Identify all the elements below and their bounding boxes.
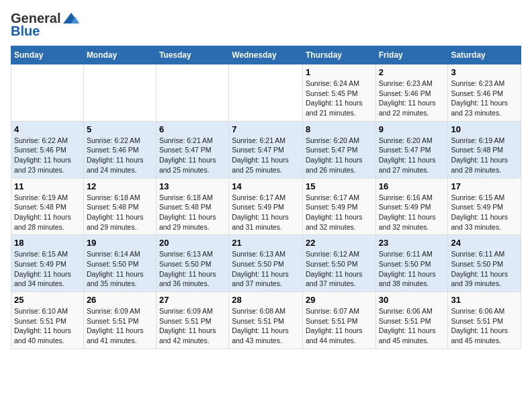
calendar-cell: 22Sunrise: 6:12 AM Sunset: 5:50 PM Dayli… xyxy=(302,235,375,292)
calendar-cell: 14Sunrise: 6:17 AM Sunset: 5:49 PM Dayli… xyxy=(229,178,303,235)
header-saturday: Saturday xyxy=(448,46,521,64)
day-content: Sunrise: 6:06 AM Sunset: 5:51 PM Dayligh… xyxy=(451,306,518,346)
day-number: 8 xyxy=(306,124,373,134)
calendar-cell: 26Sunrise: 6:09 AM Sunset: 5:51 PM Dayli… xyxy=(83,292,156,349)
day-content: Sunrise: 6:20 AM Sunset: 5:47 PM Dayligh… xyxy=(306,136,373,175)
day-number: 2 xyxy=(379,67,445,77)
day-number: 30 xyxy=(379,295,445,305)
day-number: 19 xyxy=(87,238,153,248)
day-content: Sunrise: 6:18 AM Sunset: 5:48 PM Dayligh… xyxy=(87,193,153,232)
calendar-cell: 24Sunrise: 6:11 AM Sunset: 5:50 PM Dayli… xyxy=(448,235,521,292)
calendar-cell: 29Sunrise: 6:07 AM Sunset: 5:51 PM Dayli… xyxy=(302,292,375,349)
day-number: 15 xyxy=(306,181,373,191)
day-content: Sunrise: 6:19 AM Sunset: 5:48 PM Dayligh… xyxy=(451,136,518,175)
day-number: 11 xyxy=(14,181,81,191)
calendar-header-row: SundayMondayTuesdayWednesdayThursdayFrid… xyxy=(11,46,521,64)
calendar-cell: 19Sunrise: 6:14 AM Sunset: 5:50 PM Dayli… xyxy=(83,235,156,292)
header-monday: Monday xyxy=(83,46,156,64)
calendar-cell: 30Sunrise: 6:06 AM Sunset: 5:51 PM Dayli… xyxy=(375,292,448,349)
day-number: 25 xyxy=(14,295,81,305)
calendar-cell: 31Sunrise: 6:06 AM Sunset: 5:51 PM Dayli… xyxy=(448,292,521,349)
calendar-cell xyxy=(156,64,228,122)
day-number: 20 xyxy=(159,238,226,248)
day-content: Sunrise: 6:06 AM Sunset: 5:51 PM Dayligh… xyxy=(379,306,445,346)
day-content: Sunrise: 6:18 AM Sunset: 5:48 PM Dayligh… xyxy=(159,193,226,232)
calendar-cell: 11Sunrise: 6:19 AM Sunset: 5:48 PM Dayli… xyxy=(11,178,84,235)
calendar-cell: 12Sunrise: 6:18 AM Sunset: 5:48 PM Dayli… xyxy=(83,178,156,235)
day-number: 5 xyxy=(87,124,153,134)
day-content: Sunrise: 6:21 AM Sunset: 5:47 PM Dayligh… xyxy=(159,136,226,175)
day-number: 24 xyxy=(451,238,518,248)
day-content: Sunrise: 6:07 AM Sunset: 5:51 PM Dayligh… xyxy=(306,306,373,346)
day-number: 17 xyxy=(451,181,518,191)
page-header: General Blue xyxy=(11,11,521,39)
header-sunday: Sunday xyxy=(11,46,84,64)
logo: General Blue xyxy=(11,11,81,39)
week-row-2: 4Sunrise: 6:22 AM Sunset: 5:46 PM Daylig… xyxy=(11,121,521,178)
day-number: 9 xyxy=(379,124,445,134)
day-number: 26 xyxy=(87,295,153,305)
day-content: Sunrise: 6:11 AM Sunset: 5:50 PM Dayligh… xyxy=(451,249,518,289)
week-row-1: 1Sunrise: 6:24 AM Sunset: 5:45 PM Daylig… xyxy=(11,64,521,122)
calendar-cell: 20Sunrise: 6:13 AM Sunset: 5:50 PM Dayli… xyxy=(156,235,228,292)
calendar-cell: 10Sunrise: 6:19 AM Sunset: 5:48 PM Dayli… xyxy=(448,121,521,178)
day-content: Sunrise: 6:16 AM Sunset: 5:49 PM Dayligh… xyxy=(379,193,445,232)
day-number: 28 xyxy=(232,295,300,305)
day-content: Sunrise: 6:11 AM Sunset: 5:50 PM Dayligh… xyxy=(379,249,445,289)
calendar-cell: 18Sunrise: 6:15 AM Sunset: 5:49 PM Dayli… xyxy=(11,235,84,292)
day-number: 31 xyxy=(451,295,518,305)
day-number: 6 xyxy=(159,124,226,134)
day-number: 1 xyxy=(306,67,373,77)
day-number: 4 xyxy=(14,124,81,134)
calendar-cell: 5Sunrise: 6:22 AM Sunset: 5:46 PM Daylig… xyxy=(83,121,156,178)
day-content: Sunrise: 6:13 AM Sunset: 5:50 PM Dayligh… xyxy=(159,249,226,289)
day-number: 22 xyxy=(306,238,373,248)
day-content: Sunrise: 6:10 AM Sunset: 5:51 PM Dayligh… xyxy=(14,306,81,346)
day-content: Sunrise: 6:15 AM Sunset: 5:49 PM Dayligh… xyxy=(451,193,518,232)
calendar-cell: 13Sunrise: 6:18 AM Sunset: 5:48 PM Dayli… xyxy=(156,178,228,235)
day-number: 3 xyxy=(451,67,518,77)
calendar-cell: 27Sunrise: 6:09 AM Sunset: 5:51 PM Dayli… xyxy=(156,292,228,349)
day-content: Sunrise: 6:24 AM Sunset: 5:45 PM Dayligh… xyxy=(306,79,373,118)
calendar-cell: 6Sunrise: 6:21 AM Sunset: 5:47 PM Daylig… xyxy=(156,121,228,178)
day-content: Sunrise: 6:22 AM Sunset: 5:46 PM Dayligh… xyxy=(87,136,153,175)
calendar-cell: 4Sunrise: 6:22 AM Sunset: 5:46 PM Daylig… xyxy=(11,121,84,178)
day-content: Sunrise: 6:17 AM Sunset: 5:49 PM Dayligh… xyxy=(232,193,300,232)
day-content: Sunrise: 6:13 AM Sunset: 5:50 PM Dayligh… xyxy=(232,249,300,289)
day-number: 21 xyxy=(232,238,300,248)
day-number: 13 xyxy=(159,181,226,191)
calendar-cell: 23Sunrise: 6:11 AM Sunset: 5:50 PM Dayli… xyxy=(375,235,448,292)
logo-icon xyxy=(62,11,81,26)
week-row-3: 11Sunrise: 6:19 AM Sunset: 5:48 PM Dayli… xyxy=(11,178,521,235)
calendar-cell: 3Sunrise: 6:23 AM Sunset: 5:46 PM Daylig… xyxy=(448,64,521,122)
day-number: 29 xyxy=(306,295,373,305)
day-content: Sunrise: 6:22 AM Sunset: 5:46 PM Dayligh… xyxy=(14,136,81,175)
header-friday: Friday xyxy=(375,46,448,64)
calendar-cell xyxy=(11,64,84,122)
calendar-cell: 2Sunrise: 6:23 AM Sunset: 5:46 PM Daylig… xyxy=(375,64,448,122)
calendar-cell xyxy=(83,64,156,122)
week-row-4: 18Sunrise: 6:15 AM Sunset: 5:49 PM Dayli… xyxy=(11,235,521,292)
day-number: 12 xyxy=(87,181,153,191)
day-content: Sunrise: 6:14 AM Sunset: 5:50 PM Dayligh… xyxy=(87,249,153,289)
calendar-cell: 8Sunrise: 6:20 AM Sunset: 5:47 PM Daylig… xyxy=(302,121,375,178)
calendar-cell: 28Sunrise: 6:08 AM Sunset: 5:51 PM Dayli… xyxy=(229,292,303,349)
calendar-cell: 9Sunrise: 6:20 AM Sunset: 5:47 PM Daylig… xyxy=(375,121,448,178)
day-number: 7 xyxy=(232,124,300,134)
day-number: 27 xyxy=(159,295,226,305)
day-number: 18 xyxy=(14,238,81,248)
calendar-cell: 17Sunrise: 6:15 AM Sunset: 5:49 PM Dayli… xyxy=(448,178,521,235)
header-tuesday: Tuesday xyxy=(156,46,228,64)
day-content: Sunrise: 6:17 AM Sunset: 5:49 PM Dayligh… xyxy=(306,193,373,232)
calendar-cell: 1Sunrise: 6:24 AM Sunset: 5:45 PM Daylig… xyxy=(302,64,375,122)
day-number: 10 xyxy=(451,124,518,134)
day-number: 16 xyxy=(379,181,445,191)
day-content: Sunrise: 6:19 AM Sunset: 5:48 PM Dayligh… xyxy=(14,193,81,232)
calendar-cell: 7Sunrise: 6:21 AM Sunset: 5:47 PM Daylig… xyxy=(229,121,303,178)
day-content: Sunrise: 6:08 AM Sunset: 5:51 PM Dayligh… xyxy=(232,306,300,346)
calendar-cell: 25Sunrise: 6:10 AM Sunset: 5:51 PM Dayli… xyxy=(11,292,84,349)
day-content: Sunrise: 6:23 AM Sunset: 5:46 PM Dayligh… xyxy=(451,79,518,118)
day-content: Sunrise: 6:21 AM Sunset: 5:47 PM Dayligh… xyxy=(232,136,300,175)
day-content: Sunrise: 6:12 AM Sunset: 5:50 PM Dayligh… xyxy=(306,249,373,289)
day-content: Sunrise: 6:15 AM Sunset: 5:49 PM Dayligh… xyxy=(14,249,81,289)
